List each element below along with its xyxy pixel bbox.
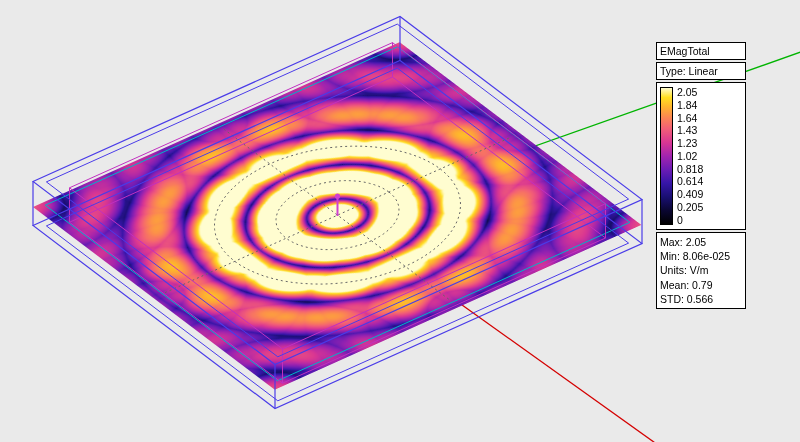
- legend-scale-box: 2.051.841.641.431.231.020.8180.6140.4090…: [656, 82, 746, 230]
- colorbar-tick: 2.05: [677, 87, 742, 98]
- feed-probe-tip: [335, 194, 340, 199]
- colorbar-ticks: 2.051.841.641.431.231.020.8180.6140.4090…: [677, 87, 742, 225]
- legend-type: Type: Linear: [660, 65, 718, 77]
- colorbar-tick: 1.23: [677, 138, 742, 149]
- colorbar-tick: 0.205: [677, 202, 742, 213]
- legend-type-box: Type: Linear: [656, 62, 746, 80]
- legend-panel: EMagTotal Type: Linear 2.051.841.641.431…: [656, 42, 746, 311]
- legend-stat-line: STD: 0.566: [660, 292, 742, 306]
- colorbar-tick: 1.84: [677, 100, 742, 111]
- legend-stat-line: Max: 2.05: [660, 235, 742, 249]
- colorbar-tick: 0: [677, 215, 742, 226]
- legend-title-box: EMagTotal: [656, 42, 746, 60]
- colorbar-tick: 1.43: [677, 125, 742, 136]
- viewport-3d[interactable]: EMagTotal Type: Linear 2.051.841.641.431…: [0, 0, 800, 442]
- colorbar-tick: 0.409: [677, 189, 742, 200]
- legend-title: EMagTotal: [660, 45, 710, 57]
- colorbar-tick: 1.64: [677, 113, 742, 124]
- legend-stat-line: Mean: 0.79: [660, 278, 742, 292]
- legend-stat-line: Min: 8.06e-025: [660, 249, 742, 263]
- colorbar-tick: 1.02: [677, 151, 742, 162]
- colorbar-tick: 0.614: [677, 176, 742, 187]
- colorbar-gradient: [660, 87, 673, 225]
- legend-stat-line: Units: V/m: [660, 263, 742, 277]
- legend-stats-box: Max: 2.05Min: 8.06e-025Units: V/mMean: 0…: [656, 232, 746, 309]
- colorbar-tick: 0.818: [677, 164, 742, 175]
